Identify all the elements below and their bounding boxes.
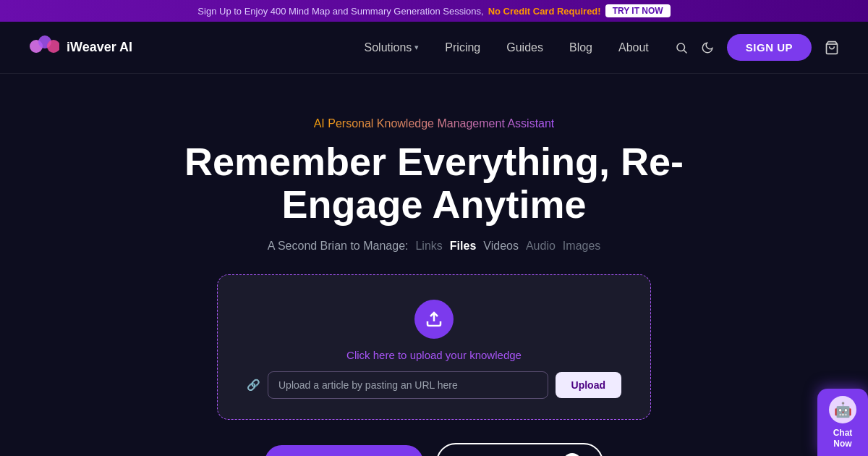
try-now-button[interactable]: TRY IT NOW [605, 4, 671, 17]
cart-button[interactable] [825, 41, 839, 55]
url-input[interactable] [268, 371, 548, 399]
logo-area: iWeaver AI [29, 35, 132, 61]
signup-button[interactable]: SIGN UP [727, 34, 812, 61]
url-input-row: 🔗 Upload [247, 371, 621, 399]
nav-item-about[interactable]: About [618, 41, 649, 54]
tagline-links[interactable]: Links [415, 240, 442, 253]
chat-avatar-icon: 🤖 [829, 396, 856, 423]
announcement-text: Sign Up to Enjoy 400 Mind Map and Summar… [197, 6, 483, 17]
nav-actions: SIGN UP [675, 34, 839, 61]
tagline-images[interactable]: Images [563, 240, 600, 253]
hero-subtitle: AI Personal Knowledge Management Assista… [314, 117, 555, 130]
nav-item-pricing[interactable]: Pricing [445, 41, 480, 54]
hero-section: AI Personal Knowledge Management Assista… [0, 74, 868, 456]
moon-icon [701, 41, 714, 54]
nav-item-solutions[interactable]: Solutions ▾ [365, 41, 420, 54]
dark-mode-button[interactable] [701, 41, 714, 54]
start-free-button[interactable]: ✦ START FOR FREE [265, 445, 423, 456]
announcement-highlight: No Credit Card Required! [488, 6, 601, 17]
svg-point-7 [563, 453, 582, 456]
cta-row: ✦ START FOR FREE ADD TO CHROME [265, 443, 603, 456]
hero-tagline: A Second Brian to Manage: Links Files Vi… [268, 240, 601, 253]
svg-line-4 [684, 50, 686, 53]
upload-label: Click here to upload your knowledge [346, 349, 522, 361]
logo-text: iWeaver AI [67, 40, 132, 55]
logo-icon [29, 35, 59, 61]
tagline-files[interactable]: Files [450, 240, 476, 253]
add-to-chrome-button[interactable]: ADD TO CHROME [436, 443, 603, 456]
tagline-audio[interactable]: Audio [526, 240, 556, 253]
svg-point-3 [677, 43, 685, 51]
chat-now-label: ChatNow [833, 428, 853, 449]
cart-icon [825, 41, 839, 55]
chevron-down-icon: ▾ [414, 43, 419, 52]
hero-title: Remember Everything, Re-Engage Anytime [123, 140, 745, 227]
link-icon: 🔗 [247, 379, 260, 392]
upload-icon [414, 300, 454, 339]
tagline-videos[interactable]: Videos [483, 240, 519, 253]
chat-now-button[interactable]: 🤖 ChatNow [817, 389, 868, 456]
tagline-prefix: A Second Brian to Manage: [268, 240, 409, 253]
upload-card[interactable]: Click here to upload your knowledge 🔗 Up… [217, 274, 651, 420]
search-icon [675, 41, 688, 54]
search-button[interactable] [675, 41, 688, 54]
nav-item-guides[interactable]: Guides [506, 41, 543, 54]
upload-button[interactable]: Upload [556, 372, 621, 398]
navbar: iWeaver AI Solutions ▾ Pricing Guides Bl… [0, 22, 868, 74]
announcement-bar: Sign Up to Enjoy 400 Mind Map and Summar… [0, 0, 868, 22]
nav-links: Solutions ▾ Pricing Guides Blog About [365, 41, 649, 54]
nav-item-blog[interactable]: Blog [569, 41, 592, 54]
chrome-icon [563, 453, 582, 456]
